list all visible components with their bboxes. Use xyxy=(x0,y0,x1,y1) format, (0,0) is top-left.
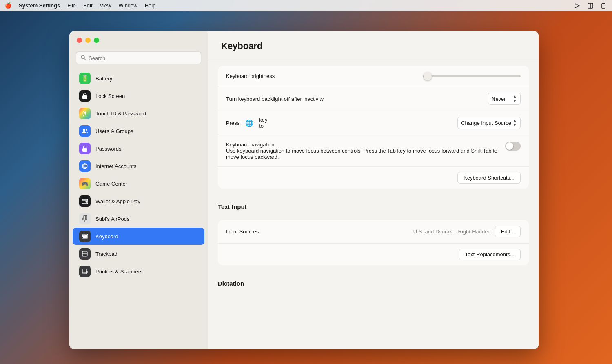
search-icon xyxy=(80,55,86,62)
svg-point-13 xyxy=(86,129,87,131)
clipboard-icon[interactable] xyxy=(600,2,607,9)
battery-icon: 🔋 xyxy=(79,73,91,84)
maximize-button[interactable] xyxy=(94,38,99,43)
input-sources-row: Input Sources U.S. and Dvorak – Right-Ha… xyxy=(218,220,529,244)
main-content: Keyboard Keyboard brightness Turn keyboa… xyxy=(208,31,539,349)
press-key-value: Change Input Source xyxy=(461,120,511,126)
svg-point-15 xyxy=(84,149,85,150)
press-key-dropdown[interactable]: Change Input Source ▲▼ xyxy=(457,117,521,129)
keyboard-brightness-label: Keyboard brightness xyxy=(226,73,373,79)
keyboard-icon xyxy=(79,231,91,242)
traffic-lights xyxy=(77,38,99,43)
app-name[interactable]: System Settings xyxy=(19,2,60,9)
keyboard-navigation-toggle[interactable] xyxy=(505,142,521,151)
svg-rect-27 xyxy=(86,235,87,236)
sidebar-label-wallet: Wallet & Apple Pay xyxy=(95,198,140,204)
menu-view[interactable]: View xyxy=(100,2,111,9)
keyboard-navigation-row: Keyboard navigation Use keyboard navigat… xyxy=(218,135,529,167)
sidebar-item-users[interactable]: Users & Groups xyxy=(73,122,204,140)
sidebar-label-gamecenter: Game Center xyxy=(95,181,127,187)
share-icon[interactable] xyxy=(574,2,581,9)
search-container xyxy=(69,51,208,69)
svg-rect-30 xyxy=(85,236,86,237)
keyboard-navigation-label: Keyboard navigation xyxy=(226,142,505,148)
sidebar-item-passwords[interactable]: Passwords xyxy=(73,140,204,157)
sidebar-item-internet[interactable]: Internet Accounts xyxy=(73,158,204,175)
text-input-card: Input Sources U.S. and Dvorak – Right-Ha… xyxy=(218,220,529,265)
backlight-off-label: Turn keyboard backlight off after inacti… xyxy=(226,96,488,102)
keyboard-navigation-sublabel: Use keyboard navigation to move focus be… xyxy=(226,148,505,160)
sidebar-label-printers: Printers & Scanners xyxy=(95,269,143,275)
sidebar-item-touchid[interactable]: Touch ID & Password xyxy=(73,105,204,122)
menu-bar: 🍎 System Settings File Edit View Window … xyxy=(0,0,612,11)
text-input-section-title: Text Input xyxy=(208,195,539,213)
svg-rect-22 xyxy=(86,201,87,202)
keyboard-shortcuts-button[interactable]: Keyboard Shortcuts... xyxy=(457,172,521,184)
passwords-icon xyxy=(79,143,91,154)
sidebar-label-lockscreen: Lock Screen xyxy=(95,93,125,99)
svg-rect-26 xyxy=(85,235,86,236)
svg-rect-25 xyxy=(84,235,85,236)
printer-icon xyxy=(79,266,91,277)
keyboard-navigation-content: Keyboard navigation Use keyboard navigat… xyxy=(226,142,505,160)
sidebar-item-printers[interactable]: Printers & Scanners xyxy=(73,263,204,280)
close-button[interactable] xyxy=(77,38,82,43)
svg-rect-7 xyxy=(602,4,605,8)
svg-line-3 xyxy=(576,4,579,6)
dropdown-arrows-presskey: ▲▼ xyxy=(513,119,517,127)
globe-key-icon: 🌐 xyxy=(245,119,253,127)
sidebar-item-trackpad[interactable]: Trackpad xyxy=(73,245,204,262)
apple-menu[interactable]: 🍎 xyxy=(5,2,11,9)
menu-file[interactable]: File xyxy=(67,2,76,9)
dictation-section-title: Dictation xyxy=(208,272,539,290)
page-title: Keyboard xyxy=(208,31,539,59)
svg-rect-35 xyxy=(83,269,87,271)
svg-line-9 xyxy=(84,58,86,60)
sidebar-item-airpods[interactable]: Subi's AirPods xyxy=(73,210,204,227)
keyboard-shortcuts-row: Keyboard Shortcuts... xyxy=(218,167,529,189)
sidebar-label-keyboard: Keyboard xyxy=(95,233,118,240)
touchid-icon xyxy=(79,108,91,119)
key-suffix-label: key to xyxy=(259,117,267,129)
toggle-knob xyxy=(506,142,513,150)
sidebar-item-battery[interactable]: 🔋 Battery xyxy=(73,70,204,87)
menu-help[interactable]: Help xyxy=(145,2,156,9)
sidebar-item-keyboard[interactable]: Keyboard xyxy=(73,228,204,245)
switch-icon[interactable] xyxy=(587,2,594,9)
sidebar-label-touchid: Touch ID & Password xyxy=(95,111,146,117)
search-input[interactable] xyxy=(89,55,197,61)
menu-window[interactable]: Window xyxy=(118,2,137,9)
menu-bar-right xyxy=(574,2,607,9)
sidebar-item-wallet[interactable]: Wallet & Apple Pay xyxy=(73,193,204,210)
backlight-off-value: Never xyxy=(492,96,506,102)
keyboard-settings-card: Keyboard brightness Turn keyboard backli… xyxy=(218,66,529,189)
backlight-off-row: Turn keyboard backlight off after inacti… xyxy=(218,87,529,111)
sidebar-label-users: Users & Groups xyxy=(95,128,133,134)
gamecenter-icon: 🎮 xyxy=(79,178,91,189)
sidebar-label-airpods: Subi's AirPods xyxy=(95,216,129,222)
brightness-slider-track[interactable] xyxy=(423,75,521,77)
menu-edit[interactable]: Edit xyxy=(83,2,92,9)
sidebar-item-lockscreen[interactable]: Lock Screen xyxy=(73,87,204,104)
dropdown-arrows-backlight: ▲▼ xyxy=(513,95,517,103)
input-sources-edit-button[interactable]: Edit... xyxy=(495,226,521,237)
svg-rect-10 xyxy=(82,95,87,99)
keyboard-brightness-row: Keyboard brightness xyxy=(218,66,529,87)
backlight-off-dropdown[interactable]: Never ▲▼ xyxy=(488,93,521,105)
wallet-icon xyxy=(79,195,91,207)
svg-point-11 xyxy=(84,113,85,113)
sidebar-label-internet: Internet Accounts xyxy=(95,163,136,169)
press-key-row: Press 🌐 key to Change Input Source ▲▼ xyxy=(218,111,529,135)
brightness-slider-thumb[interactable] xyxy=(424,72,432,80)
svg-point-8 xyxy=(81,55,84,59)
sidebar-item-gamecenter[interactable]: 🎮 Game Center xyxy=(73,175,204,192)
input-sources-label: Input Sources xyxy=(226,229,358,235)
svg-rect-28 xyxy=(83,236,84,237)
airpods-icon xyxy=(79,213,91,224)
search-box[interactable] xyxy=(76,51,201,64)
text-replacements-button[interactable]: Text Replacements... xyxy=(459,249,521,260)
brightness-slider-container xyxy=(373,75,521,77)
sidebar-label-battery: Battery xyxy=(95,75,112,82)
minimize-button[interactable] xyxy=(85,38,91,43)
input-sources-value: U.S. and Dvorak – Right-Handed xyxy=(358,229,490,235)
